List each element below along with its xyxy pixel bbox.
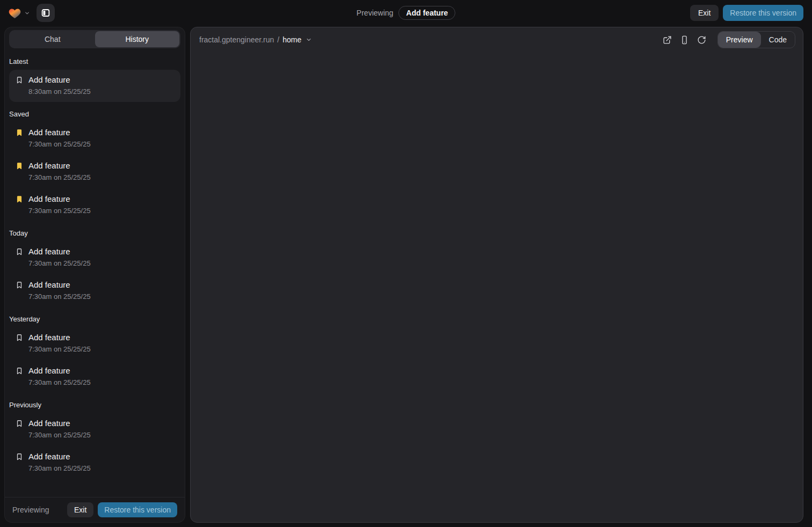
bookmark-icon	[16, 76, 23, 84]
version-title: Add feature	[28, 75, 70, 84]
sidebar-footer: Previewing Exit Restore this version	[5, 497, 185, 522]
version-item[interactable]: Add feature 7:30am on 25/25/25	[9, 122, 180, 155]
restore-version-button[interactable]: Restore this version	[723, 5, 803, 21]
version-item[interactable]: Add feature 7:30am on 25/25/25	[9, 413, 180, 445]
section-title-today: Today	[9, 229, 180, 237]
version-item[interactable]: Add feature 7:30am on 25/25/25	[9, 275, 180, 307]
version-timestamp: 7:30am on 25/25/25	[28, 292, 174, 301]
version-item[interactable]: Add feature 7:30am on 25/25/25	[9, 189, 180, 221]
version-timestamp: 8:30am on 25/25/25	[28, 87, 174, 96]
refresh-button[interactable]	[694, 32, 710, 48]
version-timestamp: 7:30am on 25/25/25	[28, 378, 174, 386]
tab-history[interactable]: History	[95, 31, 180, 47]
section-title-saved: Saved	[9, 110, 180, 118]
refresh-icon	[697, 35, 706, 45]
bookmark-icon	[16, 419, 23, 428]
version-history-list: Latest Add feature 8:30am on 25/25/25 Sa…	[5, 48, 185, 497]
bookmark-icon	[16, 367, 23, 375]
header-left-cluster	[9, 4, 55, 22]
footer-previewing-label: Previewing	[12, 506, 63, 514]
tab-preview[interactable]: Preview	[718, 32, 761, 48]
version-title: Add feature	[28, 128, 70, 137]
url-breadcrumb[interactable]: fractal.gptengineer.run / home	[199, 35, 312, 44]
version-item[interactable]: Add feature 7:30am on 25/25/25	[9, 327, 180, 360]
preview-viewport	[191, 52, 803, 522]
history-sidebar: Chat History Latest Add feature 8:30am o…	[4, 27, 185, 523]
version-title: Add feature	[28, 366, 70, 375]
version-title: Add feature	[28, 247, 70, 256]
version-title: Add feature	[28, 419, 70, 428]
lovable-heart-logo-icon[interactable]	[9, 8, 21, 19]
section-title-previously: Previously	[9, 401, 180, 409]
open-external-button[interactable]	[659, 32, 676, 48]
version-timestamp: 7:30am on 25/25/25	[28, 431, 174, 439]
top-bar: Previewing Add feature Exit Restore this…	[0, 0, 812, 26]
previewing-label: Previewing	[357, 9, 393, 17]
version-title: Add feature	[28, 280, 70, 289]
bookmark-icon	[16, 281, 23, 289]
version-item[interactable]: Add feature 7:30am on 25/25/25	[9, 361, 180, 393]
version-timestamp: 7:30am on 25/25/25	[28, 140, 174, 148]
breadcrumb-chevron-down-icon	[306, 36, 312, 43]
exit-button[interactable]: Exit	[690, 5, 719, 21]
footer-restore-version-button[interactable]: Restore this version	[98, 502, 177, 517]
version-item[interactable]: Add feature 7:30am on 25/25/25	[9, 241, 180, 274]
sidebar-tab-switcher: Chat History	[9, 30, 180, 48]
version-title: Add feature	[28, 452, 70, 461]
preview-pane: fractal.gptengineer.run / home	[190, 27, 803, 523]
tab-code[interactable]: Code	[761, 32, 795, 48]
breadcrumb-host: fractal.gptengineer.run	[199, 35, 274, 44]
preview-toolbar: fractal.gptengineer.run / home	[191, 27, 803, 52]
preview-code-switcher: Preview Code	[717, 31, 795, 48]
version-title: Add feature	[28, 161, 70, 170]
version-item[interactable]: Add feature 7:30am on 25/25/25	[9, 447, 180, 479]
panel-left-icon	[41, 8, 50, 18]
bookmark-filled-icon	[16, 162, 23, 170]
section-title-yesterday: Yesterday	[9, 315, 180, 323]
footer-exit-button[interactable]: Exit	[67, 502, 93, 517]
breadcrumb-page: home	[282, 35, 301, 44]
bookmark-icon	[16, 247, 23, 256]
version-timestamp: 7:30am on 25/25/25	[28, 173, 174, 181]
version-timestamp: 7:30am on 25/25/25	[28, 259, 174, 267]
tab-chat[interactable]: Chat	[10, 31, 95, 47]
preview-toolbar-actions: Preview Code	[659, 31, 795, 48]
section-title-latest: Latest	[9, 57, 180, 65]
version-timestamp: 7:30am on 25/25/25	[28, 464, 174, 472]
version-name-badge[interactable]: Add feature	[398, 6, 455, 20]
version-item[interactable]: Add feature 8:30am on 25/25/25	[9, 70, 180, 102]
external-link-icon	[663, 35, 672, 45]
version-timestamp: 7:30am on 25/25/25	[28, 345, 174, 353]
sidebar-toggle-button[interactable]	[37, 4, 55, 22]
version-item[interactable]: Add feature 7:30am on 25/25/25	[9, 156, 180, 188]
version-title: Add feature	[28, 194, 70, 203]
bookmark-filled-icon	[16, 195, 23, 203]
bookmark-filled-icon	[16, 128, 23, 137]
version-timestamp: 7:30am on 25/25/25	[28, 207, 174, 215]
bookmark-icon	[16, 333, 23, 342]
bookmark-icon	[16, 452, 23, 461]
header-center: Previewing Add feature	[357, 6, 455, 20]
logo-chevron-down-icon[interactable]	[24, 10, 30, 16]
smartphone-icon	[680, 35, 689, 45]
version-title: Add feature	[28, 333, 70, 342]
header-right-cluster: Exit Restore this version	[690, 5, 803, 21]
breadcrumb-separator: /	[277, 35, 279, 44]
mobile-view-button[interactable]	[677, 32, 693, 48]
